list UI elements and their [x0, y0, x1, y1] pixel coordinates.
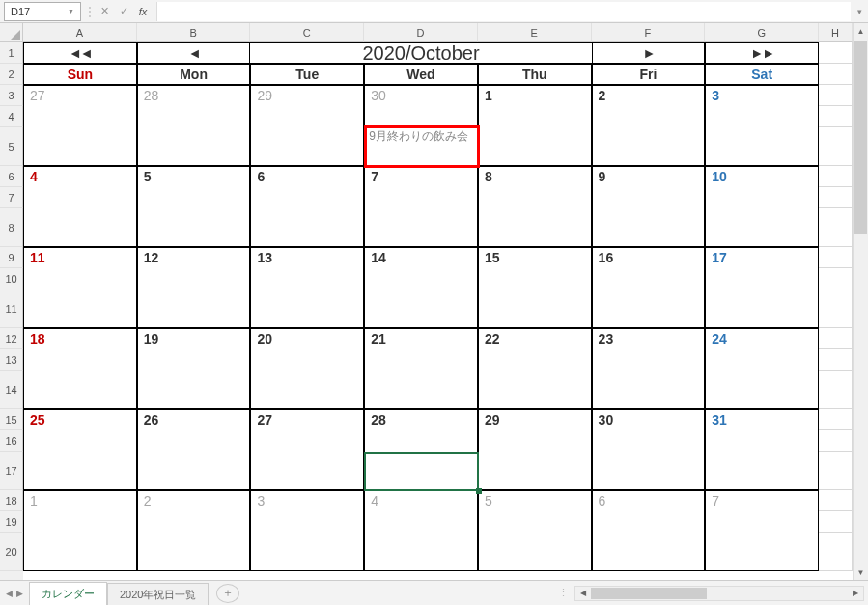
day-event[interactable]	[705, 208, 819, 247]
sheet-tab-holidays[interactable]: 2020年祝日一覧	[107, 583, 209, 606]
cell[interactable]	[137, 511, 251, 533]
day-event[interactable]	[705, 127, 819, 166]
cell[interactable]	[250, 268, 364, 289]
cell[interactable]	[23, 187, 137, 208]
col-header[interactable]: F	[592, 23, 706, 42]
day-number[interactable]: 8	[478, 166, 592, 187]
cell[interactable]	[250, 511, 364, 533]
day-event[interactable]	[137, 127, 251, 166]
day-number[interactable]: 27	[23, 85, 137, 106]
day-number[interactable]: 5	[478, 490, 592, 511]
cell[interactable]	[705, 106, 819, 127]
scroll-down-icon[interactable]: ▼	[854, 564, 868, 580]
cell[interactable]	[478, 430, 592, 452]
expand-formula-icon[interactable]: ▾	[851, 7, 868, 16]
day-event[interactable]	[592, 452, 706, 490]
row-header[interactable]: 17	[0, 452, 23, 490]
row-header[interactable]: 18	[0, 490, 23, 511]
day-event[interactable]	[364, 371, 478, 409]
select-all-corner[interactable]	[0, 23, 23, 42]
day-number[interactable]: 22	[478, 328, 592, 349]
day-event[interactable]	[250, 371, 364, 409]
day-event[interactable]	[705, 533, 819, 571]
day-number[interactable]: 27	[250, 409, 364, 430]
cell[interactable]	[137, 268, 251, 289]
row-header[interactable]: 19	[0, 511, 23, 533]
day-number[interactable]: 6	[250, 166, 364, 187]
cell[interactable]	[592, 268, 706, 289]
day-event[interactable]	[137, 371, 251, 409]
row-header[interactable]: 13	[0, 349, 23, 371]
day-event[interactable]	[364, 533, 478, 571]
cell[interactable]	[819, 187, 853, 208]
day-event[interactable]	[23, 452, 137, 490]
day-event[interactable]	[592, 533, 706, 571]
cell[interactable]	[819, 409, 853, 430]
cell[interactable]	[819, 452, 853, 490]
col-header[interactable]: C	[250, 23, 364, 42]
cell[interactable]	[250, 349, 364, 371]
cell[interactable]	[137, 430, 251, 452]
row-header[interactable]: 20	[0, 533, 23, 571]
formula-input[interactable]	[156, 2, 851, 21]
day-number[interactable]: 9	[592, 166, 706, 187]
day-event[interactable]	[250, 208, 364, 247]
day-event[interactable]	[478, 371, 592, 409]
day-number[interactable]: 28	[137, 85, 251, 106]
day-event[interactable]	[592, 289, 706, 328]
day-event[interactable]	[592, 371, 706, 409]
fx-icon[interactable]: fx	[133, 2, 153, 21]
row-header[interactable]: 4	[0, 106, 23, 127]
day-event[interactable]	[23, 208, 137, 247]
cell[interactable]	[705, 268, 819, 289]
nav-first-button[interactable]: ◄◄	[23, 42, 137, 64]
day-event[interactable]	[364, 452, 478, 490]
cell[interactable]	[364, 511, 478, 533]
cell[interactable]	[819, 127, 853, 166]
row-header[interactable]: 3	[0, 85, 23, 106]
nav-prev-button[interactable]: ◄	[137, 42, 251, 64]
day-event[interactable]	[592, 208, 706, 247]
cell[interactable]	[819, 106, 853, 127]
day-event[interactable]	[705, 289, 819, 328]
cell[interactable]	[478, 511, 592, 533]
day-number[interactable]: 25	[23, 409, 137, 430]
day-number[interactable]: 7	[364, 166, 478, 187]
cell[interactable]	[23, 430, 137, 452]
day-number[interactable]: 21	[364, 328, 478, 349]
row-header[interactable]: 12	[0, 328, 23, 349]
day-number[interactable]: 5	[137, 166, 251, 187]
name-box[interactable]: D17 ▼	[4, 2, 81, 21]
day-event[interactable]	[705, 371, 819, 409]
day-number[interactable]: 7	[705, 490, 819, 511]
cell[interactable]	[819, 85, 853, 106]
day-event[interactable]	[137, 208, 251, 247]
sheet-tab-calendar[interactable]: カレンダー	[29, 582, 107, 606]
day-event[interactable]	[23, 289, 137, 328]
cancel-icon[interactable]: ✕	[95, 2, 114, 21]
day-number[interactable]: 2	[592, 85, 706, 106]
day-number[interactable]: 17	[705, 247, 819, 268]
scroll-thumb[interactable]	[591, 588, 707, 599]
day-number[interactable]: 29	[478, 409, 592, 430]
day-event[interactable]	[137, 289, 251, 328]
cell[interactable]	[819, 533, 853, 571]
day-event[interactable]	[478, 208, 592, 247]
cell[interactable]	[478, 106, 592, 127]
cell[interactable]	[819, 289, 853, 328]
day-event[interactable]	[250, 533, 364, 571]
cell[interactable]	[23, 106, 137, 127]
cell[interactable]	[819, 42, 853, 64]
day-event[interactable]: 9月終わりの飲み会	[364, 127, 478, 166]
new-sheet-button[interactable]: ＋	[216, 584, 239, 603]
day-number[interactable]: 14	[364, 247, 478, 268]
day-number[interactable]: 15	[478, 247, 592, 268]
row-header[interactable]: 14	[0, 371, 23, 409]
day-number[interactable]: 13	[250, 247, 364, 268]
cell[interactable]	[819, 166, 853, 187]
day-number[interactable]: 4	[23, 166, 137, 187]
row-header[interactable]: 10	[0, 268, 23, 289]
cell[interactable]	[364, 349, 478, 371]
day-number[interactable]: 3	[250, 490, 364, 511]
row-header[interactable]: 9	[0, 247, 23, 268]
